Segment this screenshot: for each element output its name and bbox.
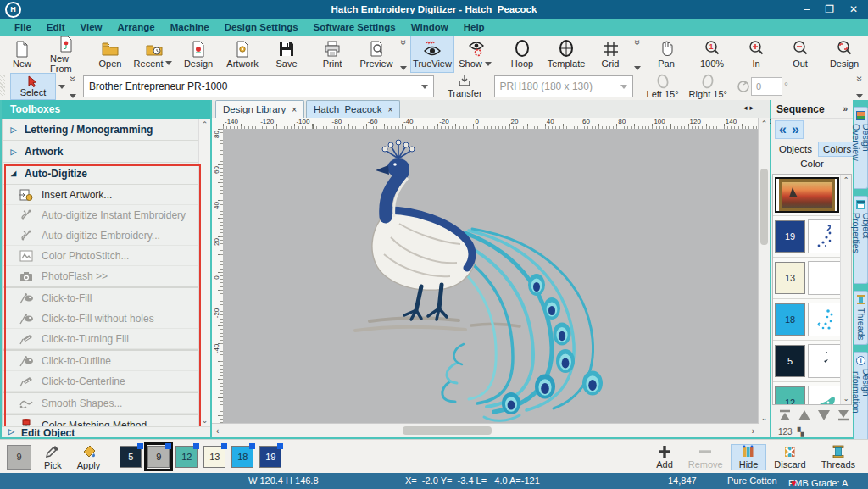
toolbar2-overflow-button[interactable]: » xyxy=(854,73,865,100)
palette-chip-18[interactable]: 18 xyxy=(231,446,253,468)
toolbox-item-auto-digitize-instant-embroidery[interactable]: Auto-digitize Instant Embroidery xyxy=(3,205,199,225)
docked-tab-object-properties[interactable]: Object Properties xyxy=(854,196,868,284)
tab-design-library[interactable]: Design Library × xyxy=(215,100,304,118)
sequence-row[interactable]: 5 xyxy=(773,341,841,382)
select-dropdown-caret[interactable] xyxy=(58,85,65,89)
new-button[interactable]: New xyxy=(0,36,44,73)
move-to-start-button[interactable] xyxy=(778,409,792,421)
zoom-100-button[interactable]: 1 100% xyxy=(690,36,734,73)
toolbox-item-click-to-fill-without-holes[interactable]: Click-to-Fill without holes xyxy=(3,308,199,329)
template-button[interactable]: Template xyxy=(544,36,588,73)
sequence-row[interactable] xyxy=(773,175,841,216)
view-overflow-button[interactable]: » xyxy=(632,36,643,73)
rotate-right-15-button[interactable]: Right 15° xyxy=(684,74,732,99)
sequence-next-button[interactable]: » xyxy=(792,121,799,138)
color-chip-12[interactable]: 12 xyxy=(775,386,805,405)
close-tab-icon[interactable]: × xyxy=(292,105,297,114)
toolbox-section-lettering-monogramming[interactable]: ▷Lettering / Monogramming xyxy=(3,119,199,141)
move-to-end-button[interactable] xyxy=(837,409,850,421)
tab-scroll-arrows[interactable]: ◂▸ xyxy=(743,103,756,112)
menu-window[interactable]: Window xyxy=(403,22,456,32)
stitch-thumbnail[interactable] xyxy=(808,386,843,405)
trueview-toggle[interactable]: TrueView xyxy=(410,36,454,73)
horizontal-scroll-thumb[interactable] xyxy=(403,426,492,435)
toolbox-item-smooth-shapes[interactable]: Smooth Shapes... xyxy=(3,392,199,414)
minimize-button[interactable]: – xyxy=(804,3,810,15)
sequence-prev-button[interactable]: « xyxy=(779,121,787,138)
toolbox-item-photoflash[interactable]: PhotoFlash >> xyxy=(3,266,199,286)
close-button[interactable]: ✕ xyxy=(849,3,858,15)
transfer-button[interactable]: Transfer xyxy=(442,75,487,98)
apply-color-button[interactable]: Apply xyxy=(70,444,108,470)
move-up-button[interactable] xyxy=(798,409,811,421)
add-color-button[interactable]: Add xyxy=(648,445,681,470)
canvas-horizontal-scrollbar[interactable]: ‹ › xyxy=(212,423,759,437)
sequence-row[interactable]: 19 xyxy=(773,216,841,258)
close-tab-icon[interactable]: × xyxy=(388,105,393,114)
design-button[interactable]: Design xyxy=(176,36,220,73)
grid-button[interactable]: Grid xyxy=(588,36,632,73)
toolbar2-grip[interactable] xyxy=(0,75,5,97)
menu-file[interactable]: File xyxy=(7,22,39,32)
open-button[interactable]: Open xyxy=(88,36,132,73)
preview-button[interactable]: Preview xyxy=(354,36,398,73)
toolbox-item-insert-artwork[interactable]: Insert Artwork... xyxy=(3,185,199,205)
recent-button[interactable]: Recent xyxy=(132,36,176,73)
sequence-row[interactable]: 18 xyxy=(773,299,841,341)
palette-chip-9[interactable]: 9 xyxy=(147,446,170,468)
palette-chip-19[interactable]: 19 xyxy=(259,446,281,468)
rotate-angle-input[interactable]: 0 xyxy=(751,77,782,96)
new-from-button[interactable]: New From xyxy=(44,36,88,73)
discard-colors-button[interactable]: Discard xyxy=(766,445,813,470)
menu-design-settings[interactable]: Design Settings xyxy=(217,22,306,32)
zoom-out-button[interactable]: Out xyxy=(778,36,822,73)
toolboxes-scrollbar[interactable]: ⌃⌄ xyxy=(198,119,210,426)
stitch-thumbnail[interactable] xyxy=(808,344,843,378)
sequence-options-icon[interactable]: ▚ xyxy=(798,427,804,436)
toolbox-section-edit-object[interactable]: ▷ Edit Object xyxy=(2,426,210,437)
zoom-design-button[interactable]: Design xyxy=(822,36,866,73)
tab-objects[interactable]: Objects xyxy=(775,142,816,156)
menu-software-settings[interactable]: Software Settings xyxy=(306,22,403,32)
pick-color-button[interactable]: Pick xyxy=(36,444,70,470)
save-button[interactable]: Save xyxy=(264,36,309,73)
toolbox-item-click-to-centerline[interactable]: Click-to-Centerline xyxy=(3,371,199,392)
menu-edit[interactable]: Edit xyxy=(39,22,73,32)
toolbar-overflow-button[interactable]: » xyxy=(398,36,409,73)
menu-view[interactable]: View xyxy=(73,22,110,32)
toolbox-item-auto-digitize-embroidery[interactable]: Auto-digitize Embroidery... xyxy=(3,225,199,246)
menu-arrange[interactable]: Arrange xyxy=(110,22,163,32)
sequence-row[interactable]: 13 xyxy=(773,258,841,299)
print-button[interactable]: Print xyxy=(310,36,354,73)
toolbox-item-click-to-outline[interactable]: Click-to-Outline xyxy=(3,349,199,371)
select-overflow-button[interactable]: » xyxy=(68,73,78,100)
docked-tab-design-information[interactable]: iDesign Information xyxy=(854,352,868,444)
artwork-button[interactable]: Artwork xyxy=(220,36,264,73)
stitch-thumbnail[interactable] xyxy=(808,219,843,253)
color-chip-18[interactable]: 18 xyxy=(775,303,805,336)
docked-tab-design-overview[interactable]: Design Overview xyxy=(854,107,868,189)
color-chip-5[interactable]: 5 xyxy=(775,345,805,377)
rotate-left-15-button[interactable]: Left 15° xyxy=(642,74,684,99)
restore-button[interactable]: ❐ xyxy=(825,3,834,15)
move-down-button[interactable] xyxy=(817,409,831,421)
color-chip-13[interactable]: 13 xyxy=(775,262,805,294)
select-tool-button[interactable]: Select xyxy=(10,73,56,100)
pan-button[interactable]: Pan xyxy=(644,36,688,73)
sequence-menu-icon[interactable]: » xyxy=(843,104,848,114)
tab-hatch-peacock[interactable]: Hatch_Peacock × xyxy=(306,100,400,118)
stitch-thumbnail[interactable] xyxy=(808,303,843,336)
artwork-thumbnail-selected[interactable] xyxy=(775,177,839,213)
machine-combobox[interactable]: Brother Entrepreneur PR-1000 xyxy=(83,75,434,97)
canvas-vertical-scrollbar[interactable]: ⌃⌄ xyxy=(758,118,770,424)
hoop-button[interactable]: Hoop xyxy=(500,36,544,73)
remove-color-button[interactable]: Remove xyxy=(681,445,731,470)
menu-machine[interactable]: Machine xyxy=(163,22,217,32)
color-chip-19[interactable]: 19 xyxy=(775,220,805,253)
hide-colors-button[interactable]: Hide xyxy=(731,444,767,470)
stitch-count-icon[interactable]: 123 xyxy=(778,427,793,436)
zoom-in-button[interactable]: In xyxy=(734,36,778,73)
sequence-row[interactable]: 12 xyxy=(773,382,841,405)
palette-chip-12[interactable]: 12 xyxy=(175,446,198,468)
toolbox-item-color-photostitch[interactable]: Color PhotoStitch... xyxy=(3,246,199,266)
